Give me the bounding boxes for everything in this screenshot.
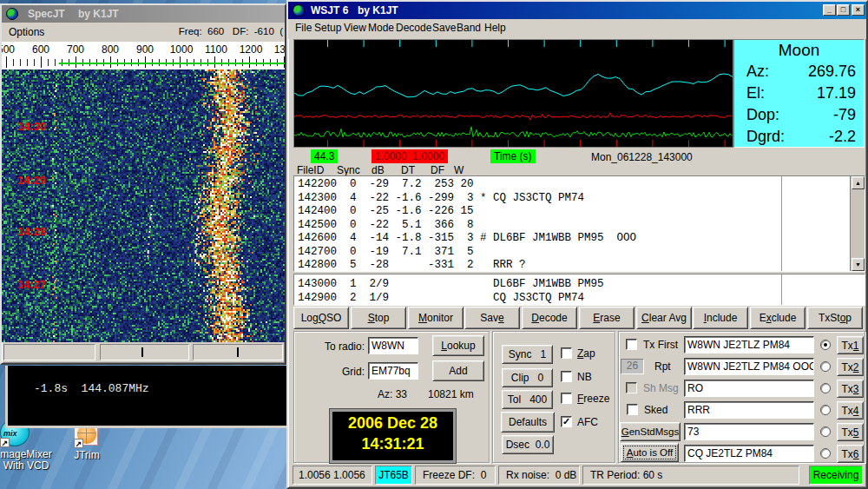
to-radio-label: To radio: — [312, 340, 365, 353]
exclude-button[interactable]: Exclude — [750, 307, 806, 329]
slider-track-1[interactable] — [3, 344, 95, 360]
icon-label: JTrim — [52, 449, 122, 461]
scroll-down-icon[interactable]: ▼ — [852, 258, 865, 271]
col-header-sync: Sync — [337, 164, 360, 176]
menu-decode[interactable]: Decode — [396, 22, 431, 34]
add-button[interactable]: Add — [432, 360, 484, 381]
col-header-fileid: FileID — [297, 164, 324, 176]
tx5-button[interactable]: Tx5 — [837, 423, 864, 441]
slider-track-3[interactable] — [193, 344, 283, 360]
scale-label: 500 — [2, 43, 19, 56]
tx3-message-field[interactable]: RO — [684, 380, 814, 397]
menu-help[interactable]: Help — [484, 22, 506, 34]
monitor-readout: -1.8s 144.087MHz — [34, 382, 149, 395]
tx2-radio[interactable] — [820, 361, 831, 372]
status-freeze-df: Freeze DF: 0 — [415, 466, 496, 485]
auto-button[interactable]: Auto is Off — [621, 443, 679, 462]
menu-mode[interactable]: Mode — [368, 22, 394, 34]
defaults-button[interactable]: Defaults — [501, 412, 555, 433]
shortcut-arrow-icon: ↗ — [0, 438, 10, 447]
scale-label: 1200 — [234, 43, 267, 56]
clear-avg-button[interactable]: Clear Avg — [636, 307, 692, 329]
clock-date: 2006 Dec 28 — [332, 414, 453, 433]
afc-checkbox[interactable]: ✓ — [561, 416, 572, 427]
specjt-titlebar[interactable]: SpecJT by K1JT — [2, 5, 285, 23]
tol-spinner[interactable]: Tol 400 — [502, 390, 553, 409]
save-button[interactable]: Save — [464, 307, 520, 329]
include-button[interactable]: Include — [693, 307, 748, 329]
menu-file[interactable]: File — [295, 22, 312, 34]
wsjt-titlebar[interactable]: WSJT 6 by K1JT _ □ × — [288, 2, 866, 19]
scroll-up-icon[interactable]: ▲ — [852, 176, 865, 189]
moon-dgrd-value: -2.2 — [829, 128, 856, 146]
slider-track-2[interactable] — [100, 344, 189, 360]
waterfall-display[interactable] — [2, 69, 285, 342]
clip-spinner[interactable]: Clip 0 — [502, 368, 553, 387]
tx4-message-field[interactable]: RRR — [684, 401, 814, 419]
sked-checkbox[interactable] — [627, 404, 638, 415]
tx3-button[interactable]: Tx3 — [837, 380, 864, 398]
tx4-radio[interactable] — [820, 405, 831, 415]
tx5-message-field[interactable]: 73 — [684, 423, 814, 440]
tx6-message-field[interactable]: CQ JE2TLZ PM84 — [684, 445, 814, 462]
utc-clock: 2006 Dec 28 14:31:21 — [330, 409, 456, 463]
close-button[interactable]: × — [852, 4, 865, 16]
slider-thumb[interactable] — [141, 347, 143, 357]
menu-view[interactable]: View — [344, 22, 366, 34]
log-qso-button[interactable]: Log QSO — [293, 307, 349, 329]
menu-setup[interactable]: Setup — [314, 22, 341, 34]
maximize-button[interactable]: □ — [837, 4, 850, 16]
tx1-message-field[interactable]: W8WN JE2TLZ PM84 — [684, 336, 814, 354]
tx6-radio[interactable] — [820, 448, 831, 459]
tx1-button[interactable]: Tx1 — [837, 336, 864, 354]
sync-level-badge: 44.3 — [311, 149, 338, 163]
minimize-button[interactable]: _ — [823, 4, 836, 16]
wsjt-title: WSJT 6 — [311, 4, 348, 17]
scale-green-line — [59, 63, 285, 64]
txstop-button[interactable]: TxStop — [807, 307, 863, 329]
slider-thumb[interactable] — [237, 347, 239, 357]
lookup-button[interactable]: Lookup — [432, 335, 484, 356]
freeze-checkbox[interactable] — [561, 393, 572, 404]
specjt-title-byline: by K1JT — [78, 8, 119, 20]
menu-options[interactable]: Options — [9, 26, 44, 38]
moon-az-label: Az: — [746, 63, 769, 81]
graph-panel — [293, 39, 733, 148]
tx3-radio[interactable] — [820, 383, 831, 393]
stop-button[interactable]: Stop — [351, 307, 406, 329]
grid-field[interactable]: EM77bq — [368, 362, 418, 380]
decode-row: 142300 4 -22 -1.6 -299 3 * CQ JS3CTQ PM7… — [298, 192, 865, 206]
current-file-label: Mon_061228_143000 — [591, 151, 693, 163]
menu-band[interactable]: Band — [457, 22, 481, 34]
decode-scrollbar[interactable]: ▲ ▼ — [850, 176, 865, 271]
to-radio-field[interactable]: W8WN — [368, 337, 418, 354]
tx2-message-field[interactable]: W8WN JE2TLZ PM84 OOO — [684, 358, 814, 375]
decode-text-area[interactable]: 142200 0 -29 7.2 253 20 142300 4 -22 -1.… — [293, 175, 865, 272]
dsec-spinner[interactable]: Dsec 0.0 — [502, 435, 554, 454]
nb-checkbox[interactable] — [561, 371, 572, 382]
menu-save[interactable]: Save — [432, 22, 456, 34]
wsjt-app-icon — [293, 4, 305, 17]
tx5-radio[interactable] — [820, 426, 831, 437]
decode-button[interactable]: Decode — [522, 307, 577, 329]
status-tr-period: TR Period: 60 s — [582, 466, 799, 485]
zap-label: Zap — [577, 347, 595, 360]
tx1-radio[interactable] — [820, 340, 831, 350]
specjt-app-icon — [6, 8, 18, 20]
tx-first-checkbox[interactable] — [626, 339, 637, 350]
wsjt-menubar: File Setup View Mode Decode Save Band He… — [288, 19, 866, 39]
azimuth-readout: Az: 33 — [378, 388, 407, 400]
wsjt-window: WSJT 6 by K1JT _ □ × File Setup View Mod… — [286, 0, 868, 489]
erase-button[interactable]: Erase — [579, 307, 635, 329]
tx2-button[interactable]: Tx2 — [837, 358, 864, 376]
zap-checkbox[interactable] — [561, 347, 572, 359]
sync-spinner[interactable]: Sync 1 — [502, 345, 553, 364]
monitor-button[interactable]: Monitor — [408, 307, 464, 329]
frequency-scale: 500 600 700 800 900 1000 1100 1200 1300 — [2, 42, 285, 69]
gen-std-msgs-button[interactable]: GenStdMsgs — [620, 422, 681, 441]
tx4-button[interactable]: Tx4 — [837, 401, 864, 420]
tx6-button[interactable]: Tx6 — [837, 445, 864, 463]
imagemixer-icon-text: mix — [3, 429, 28, 438]
wsjt-title-byline: by K1JT — [358, 4, 398, 17]
average-text-area[interactable]: 143000 1 2/9 DL6BF JM1WBB PM95 142900 2 … — [293, 274, 865, 306]
